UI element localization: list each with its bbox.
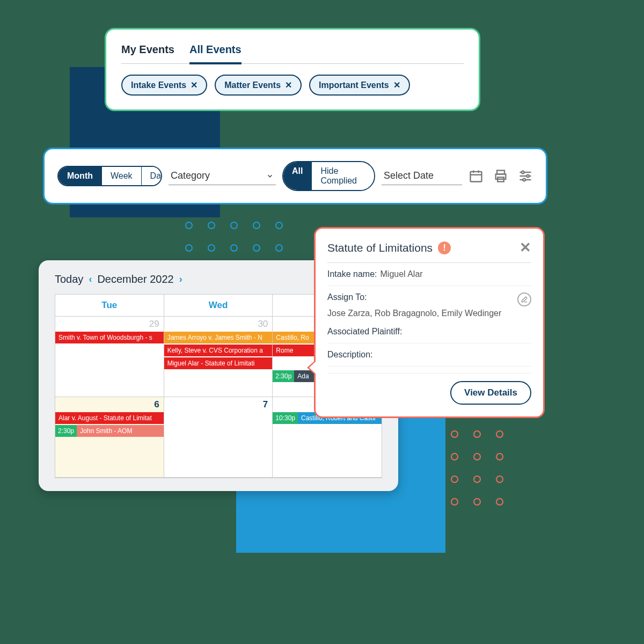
- view-day-button[interactable]: Day: [142, 167, 162, 185]
- chip-important-events[interactable]: Important Events ✕: [309, 75, 410, 96]
- tab-my-events[interactable]: My Events: [121, 40, 174, 63]
- calendar-event[interactable]: Miguel Alar - Statute of Limitati: [164, 357, 273, 369]
- view-details-button[interactable]: View Details: [450, 381, 531, 405]
- events-tabs: My Events All Events: [121, 40, 464, 64]
- chip-label: Important Events: [319, 80, 389, 90]
- compliance-segment: All Hide Complied: [282, 161, 375, 191]
- calendar-toolbar-card: Month Week Day Category All Hide Complie…: [43, 148, 547, 204]
- event-detail-popup: Statute of Limitations ! ✕ Intake name: …: [314, 227, 545, 418]
- event-time: 2:30p: [273, 370, 294, 382]
- next-month-button[interactable]: ›: [179, 274, 182, 285]
- select-date-field[interactable]: Select Date: [382, 167, 462, 185]
- alert-icon: !: [438, 241, 451, 254]
- decoration-red-dots: [451, 408, 503, 506]
- intake-name-value: Miguel Alar: [380, 269, 423, 279]
- calendar-event[interactable]: Kelly, Steve v. CVS Corporation a: [164, 345, 273, 356]
- calendar-cell[interactable]: 7: [164, 397, 273, 478]
- assign-to-label: Assign To:: [327, 292, 367, 302]
- chip-matter-events[interactable]: Matter Events ✕: [215, 75, 302, 96]
- print-icon[interactable]: [493, 169, 508, 184]
- decoration-blue-dots: [185, 222, 283, 252]
- month-label: December 2022: [97, 273, 173, 286]
- description-label: Description:: [327, 350, 372, 360]
- calendar-cell[interactable]: 6 Alar v. August - Statute of Limitat 2:…: [55, 397, 164, 478]
- calendar-icon[interactable]: [469, 169, 484, 184]
- compliance-hide-button[interactable]: Hide Complied: [312, 162, 374, 190]
- day-number: 6: [154, 399, 159, 410]
- day-number: 30: [258, 319, 268, 330]
- calendar-event[interactable]: 2:30p John Smith - AOM: [55, 425, 164, 437]
- chip-label: Intake Events: [131, 80, 186, 90]
- view-mode-segment: Month Week Day: [57, 166, 162, 186]
- calendar-cell[interactable]: 29 Smith v. Town of Woodsburgh - s: [55, 317, 164, 397]
- dropdown-label: Category: [171, 170, 210, 181]
- edit-icon[interactable]: [517, 292, 531, 306]
- close-icon[interactable]: ✕: [519, 239, 531, 256]
- view-month-button[interactable]: Month: [58, 167, 102, 185]
- event-title: John Smith - AOM: [77, 425, 164, 437]
- associated-plaintiff-label: Associated Plaintiff:: [327, 327, 402, 336]
- filter-settings-icon[interactable]: [518, 169, 533, 184]
- today-button[interactable]: Today: [55, 273, 83, 286]
- calendar-event[interactable]: James Arroyo v. James Smith - N: [164, 332, 273, 343]
- day-number: 29: [149, 319, 159, 330]
- svg-point-10: [522, 171, 524, 174]
- close-icon[interactable]: ✕: [285, 80, 292, 90]
- popup-title: Statute of Limitations: [327, 241, 433, 254]
- chevron-down-icon: [266, 172, 274, 180]
- prev-month-button[interactable]: ‹: [89, 274, 92, 285]
- view-week-button[interactable]: Week: [102, 167, 142, 185]
- svg-rect-0: [471, 172, 482, 182]
- compliance-all-button[interactable]: All: [283, 162, 312, 190]
- assign-to-value: Jose Zarza, Rob Bragagnolo, Emily Weding…: [327, 309, 501, 318]
- events-filter-card: My Events All Events Intake Events ✕ Mat…: [105, 28, 480, 111]
- calendar-event[interactable]: Smith v. Town of Woodsburgh - s: [55, 332, 164, 343]
- intake-name-label: Intake name:: [327, 269, 377, 279]
- chip-label: Matter Events: [224, 80, 281, 90]
- close-icon[interactable]: ✕: [393, 80, 400, 90]
- tab-all-events[interactable]: All Events: [189, 40, 241, 64]
- calendar-cell[interactable]: 30 James Arroyo v. James Smith - N Kelly…: [164, 317, 273, 397]
- event-time: 10:30p: [273, 412, 298, 424]
- svg-point-11: [526, 175, 529, 178]
- day-header: Tue: [55, 295, 164, 317]
- calendar-event[interactable]: Alar v. August - Statute of Limitat: [55, 412, 164, 424]
- filter-chips: Intake Events ✕ Matter Events ✕ Importan…: [121, 75, 464, 96]
- day-number: 7: [263, 399, 268, 410]
- day-header: Wed: [164, 295, 273, 317]
- toolbar-icons: [469, 169, 533, 184]
- close-icon[interactable]: ✕: [191, 80, 197, 90]
- event-time: 2:30p: [55, 425, 77, 437]
- svg-point-12: [523, 179, 525, 181]
- chip-intake-events[interactable]: Intake Events ✕: [121, 75, 207, 96]
- category-dropdown[interactable]: Category: [169, 167, 276, 185]
